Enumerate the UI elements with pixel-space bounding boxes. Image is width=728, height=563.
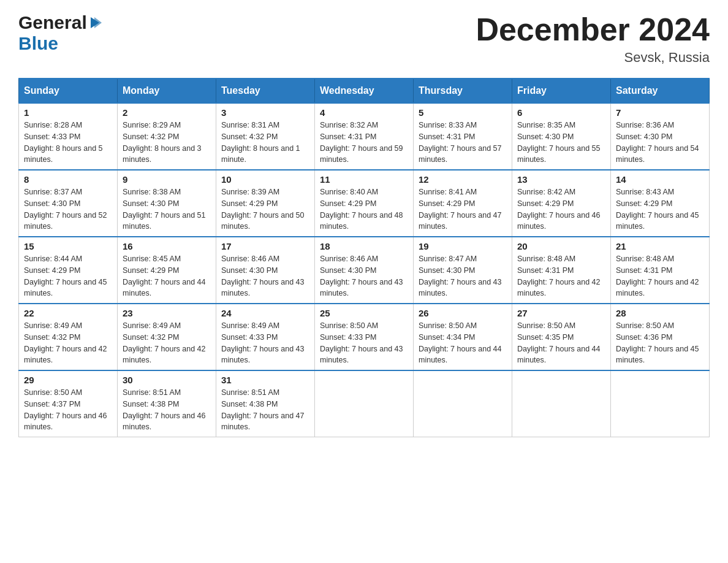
col-monday: Monday: [118, 79, 216, 103]
logo-blue-text: Blue: [18, 33, 58, 53]
day-number: 2: [123, 107, 211, 118]
day-number: 18: [320, 241, 408, 251]
day-info: Sunrise: 8:47 AM Sunset: 4:30 PM Dayligh…: [419, 253, 507, 299]
day-info: Sunrise: 8:49 AM Sunset: 4:32 PM Dayligh…: [123, 320, 211, 366]
calendar-cell: 26 Sunrise: 8:50 AM Sunset: 4:34 PM Dayl…: [414, 304, 512, 370]
title-block: December 2024 Sevsk, Russia: [476, 12, 710, 66]
calendar-cell: 18 Sunrise: 8:46 AM Sunset: 4:30 PM Dayl…: [315, 237, 414, 304]
day-number: 4: [320, 107, 408, 118]
calendar-header-row: Sunday Monday Tuesday Wednesday Thursday…: [19, 79, 710, 103]
calendar-cell: 31 Sunrise: 8:51 AM Sunset: 4:38 PM Dayl…: [216, 370, 315, 437]
day-info: Sunrise: 8:39 AM Sunset: 4:29 PM Dayligh…: [221, 186, 309, 232]
day-info: Sunrise: 8:31 AM Sunset: 4:32 PM Dayligh…: [221, 120, 309, 166]
day-info: Sunrise: 8:46 AM Sunset: 4:30 PM Dayligh…: [320, 253, 408, 299]
calendar-cell: 14 Sunrise: 8:43 AM Sunset: 4:29 PM Dayl…: [611, 170, 710, 237]
day-info: Sunrise: 8:43 AM Sunset: 4:29 PM Dayligh…: [616, 186, 704, 232]
day-info: Sunrise: 8:50 AM Sunset: 4:35 PM Dayligh…: [517, 320, 605, 366]
day-info: Sunrise: 8:50 AM Sunset: 4:37 PM Dayligh…: [24, 387, 112, 433]
day-number: 29: [24, 375, 112, 385]
day-number: 12: [419, 174, 507, 185]
svg-marker-1: [94, 17, 102, 28]
day-info: Sunrise: 8:45 AM Sunset: 4:29 PM Dayligh…: [123, 253, 211, 299]
calendar-cell: 21 Sunrise: 8:48 AM Sunset: 4:31 PM Dayl…: [611, 237, 710, 304]
day-number: 26: [419, 308, 507, 318]
day-info: Sunrise: 8:49 AM Sunset: 4:32 PM Dayligh…: [24, 320, 112, 366]
day-info: Sunrise: 8:50 AM Sunset: 4:36 PM Dayligh…: [616, 320, 704, 366]
day-info: Sunrise: 8:48 AM Sunset: 4:31 PM Dayligh…: [616, 253, 704, 299]
page-title: December 2024: [476, 12, 710, 47]
calendar-week-4: 22 Sunrise: 8:49 AM Sunset: 4:32 PM Dayl…: [19, 304, 710, 370]
day-info: Sunrise: 8:41 AM Sunset: 4:29 PM Dayligh…: [419, 186, 507, 232]
calendar-cell: 16 Sunrise: 8:45 AM Sunset: 4:29 PM Dayl…: [118, 237, 216, 304]
day-number: 14: [616, 174, 704, 185]
day-info: Sunrise: 8:28 AM Sunset: 4:33 PM Dayligh…: [24, 120, 112, 166]
calendar-cell: 17 Sunrise: 8:46 AM Sunset: 4:30 PM Dayl…: [216, 237, 315, 304]
col-tuesday: Tuesday: [216, 79, 315, 103]
calendar-week-3: 15 Sunrise: 8:44 AM Sunset: 4:29 PM Dayl…: [19, 237, 710, 304]
day-info: Sunrise: 8:40 AM Sunset: 4:29 PM Dayligh…: [320, 186, 408, 232]
calendar-cell: 5 Sunrise: 8:33 AM Sunset: 4:31 PM Dayli…: [414, 103, 512, 170]
calendar-cell: 25 Sunrise: 8:50 AM Sunset: 4:33 PM Dayl…: [315, 304, 414, 370]
day-info: Sunrise: 8:50 AM Sunset: 4:33 PM Dayligh…: [320, 320, 408, 366]
day-number: 27: [517, 308, 605, 318]
calendar-week-1: 1 Sunrise: 8:28 AM Sunset: 4:33 PM Dayli…: [19, 103, 710, 170]
day-info: Sunrise: 8:35 AM Sunset: 4:30 PM Dayligh…: [517, 120, 605, 166]
calendar-cell: 23 Sunrise: 8:49 AM Sunset: 4:32 PM Dayl…: [118, 304, 216, 370]
day-number: 3: [221, 107, 309, 118]
calendar-cell: 1 Sunrise: 8:28 AM Sunset: 4:33 PM Dayli…: [19, 103, 118, 170]
calendar-cell: [414, 370, 512, 437]
col-friday: Friday: [512, 79, 611, 103]
calendar-week-5: 29 Sunrise: 8:50 AM Sunset: 4:37 PM Dayl…: [19, 370, 710, 437]
calendar-week-2: 8 Sunrise: 8:37 AM Sunset: 4:30 PM Dayli…: [19, 170, 710, 237]
page-location: Sevsk, Russia: [476, 50, 710, 66]
day-info: Sunrise: 8:32 AM Sunset: 4:31 PM Dayligh…: [320, 120, 408, 166]
day-info: Sunrise: 8:49 AM Sunset: 4:33 PM Dayligh…: [221, 320, 309, 366]
day-number: 17: [221, 241, 309, 251]
day-number: 15: [24, 241, 112, 251]
day-info: Sunrise: 8:48 AM Sunset: 4:31 PM Dayligh…: [517, 253, 605, 299]
day-info: Sunrise: 8:36 AM Sunset: 4:30 PM Dayligh…: [616, 120, 704, 166]
calendar-cell: 24 Sunrise: 8:49 AM Sunset: 4:33 PM Dayl…: [216, 304, 315, 370]
calendar-cell: 13 Sunrise: 8:42 AM Sunset: 4:29 PM Dayl…: [512, 170, 611, 237]
day-info: Sunrise: 8:46 AM Sunset: 4:30 PM Dayligh…: [221, 253, 309, 299]
calendar-cell: 8 Sunrise: 8:37 AM Sunset: 4:30 PM Dayli…: [19, 170, 118, 237]
page-header: General Blue December 2024 Sevsk, Russia: [18, 12, 710, 66]
logo-general-text: General: [18, 12, 87, 33]
day-number: 10: [221, 174, 309, 185]
day-info: Sunrise: 8:44 AM Sunset: 4:29 PM Dayligh…: [24, 253, 112, 299]
calendar-cell: 9 Sunrise: 8:38 AM Sunset: 4:30 PM Dayli…: [118, 170, 216, 237]
day-number: 30: [123, 375, 211, 385]
calendar-table: Sunday Monday Tuesday Wednesday Thursday…: [18, 78, 710, 437]
day-info: Sunrise: 8:38 AM Sunset: 4:30 PM Dayligh…: [123, 186, 211, 232]
logo: General Blue: [18, 12, 102, 54]
day-info: Sunrise: 8:51 AM Sunset: 4:38 PM Dayligh…: [123, 387, 211, 433]
calendar-cell: 28 Sunrise: 8:50 AM Sunset: 4:36 PM Dayl…: [611, 304, 710, 370]
calendar-cell: 7 Sunrise: 8:36 AM Sunset: 4:30 PM Dayli…: [611, 103, 710, 170]
calendar-cell: 27 Sunrise: 8:50 AM Sunset: 4:35 PM Dayl…: [512, 304, 611, 370]
day-number: 31: [221, 375, 309, 385]
col-wednesday: Wednesday: [315, 79, 414, 103]
calendar-cell: 6 Sunrise: 8:35 AM Sunset: 4:30 PM Dayli…: [512, 103, 611, 170]
day-number: 16: [123, 241, 211, 251]
calendar-cell: [611, 370, 710, 437]
day-number: 8: [24, 174, 112, 185]
calendar-cell: 12 Sunrise: 8:41 AM Sunset: 4:29 PM Dayl…: [414, 170, 512, 237]
calendar-cell: 22 Sunrise: 8:49 AM Sunset: 4:32 PM Dayl…: [19, 304, 118, 370]
day-number: 19: [419, 241, 507, 251]
calendar-cell: 4 Sunrise: 8:32 AM Sunset: 4:31 PM Dayli…: [315, 103, 414, 170]
calendar-cell: 10 Sunrise: 8:39 AM Sunset: 4:29 PM Dayl…: [216, 170, 315, 237]
calendar-cell: 15 Sunrise: 8:44 AM Sunset: 4:29 PM Dayl…: [19, 237, 118, 304]
day-number: 7: [616, 107, 704, 118]
day-number: 20: [517, 241, 605, 251]
calendar-cell: 30 Sunrise: 8:51 AM Sunset: 4:38 PM Dayl…: [118, 370, 216, 437]
day-number: 13: [517, 174, 605, 185]
calendar-cell: 20 Sunrise: 8:48 AM Sunset: 4:31 PM Dayl…: [512, 237, 611, 304]
calendar-cell: 19 Sunrise: 8:47 AM Sunset: 4:30 PM Dayl…: [414, 237, 512, 304]
calendar-cell: 3 Sunrise: 8:31 AM Sunset: 4:32 PM Dayli…: [216, 103, 315, 170]
day-info: Sunrise: 8:37 AM Sunset: 4:30 PM Dayligh…: [24, 186, 112, 232]
day-number: 11: [320, 174, 408, 185]
day-number: 21: [616, 241, 704, 251]
day-info: Sunrise: 8:29 AM Sunset: 4:32 PM Dayligh…: [123, 120, 211, 166]
day-info: Sunrise: 8:33 AM Sunset: 4:31 PM Dayligh…: [419, 120, 507, 166]
day-number: 24: [221, 308, 309, 318]
